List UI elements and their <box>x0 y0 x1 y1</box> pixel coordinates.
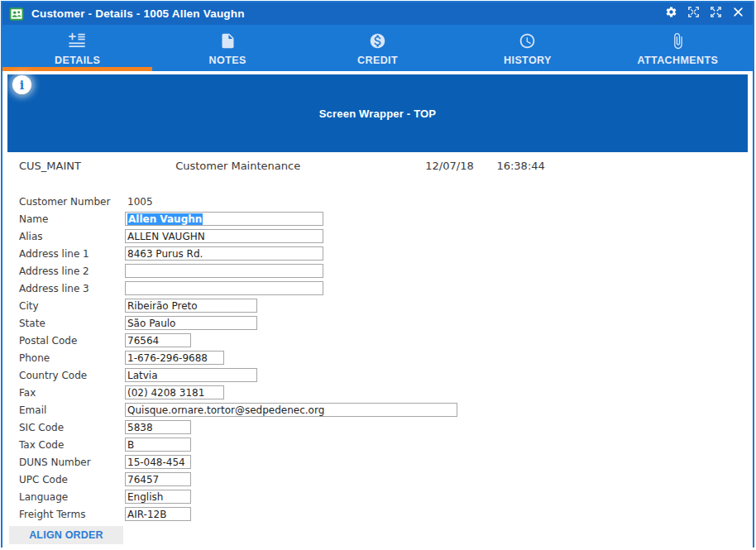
duns-number-label: DUNS Number <box>19 457 125 468</box>
info-glyph: i <box>20 79 24 92</box>
tab-notes-label: NOTES <box>209 55 246 66</box>
field-row-phone: Phone1-676-296-9688 <box>2 349 753 366</box>
window-title: Customer - Details - 1005 Allen Vaughn <box>31 7 245 20</box>
header-date: 12/07/18 <box>425 160 493 172</box>
postal-code-label: Postal Code <box>19 335 125 347</box>
fax-input[interactable]: (02) 4208 3181 <box>125 385 224 399</box>
program-code: CUS_MAINT <box>19 160 172 172</box>
field-row-freight-terms: Freight TermsAIR-12B <box>2 505 753 523</box>
sic-code-input[interactable]: 5838 <box>125 420 191 434</box>
country-code-value: Latvia <box>127 370 158 381</box>
state-input[interactable]: São Paulo <box>125 316 257 330</box>
email-value: Quisque.ornare.tortor@sedpedenec.org <box>127 404 324 416</box>
freight-terms-input[interactable]: AIR-12B <box>125 507 191 521</box>
fax-label: Fax <box>19 387 125 399</box>
freight-terms-value: AIR-12B <box>127 509 166 520</box>
customer-details-window: Customer - Details - 1005 Allen Vaughn D… <box>1 1 754 548</box>
city-value: Ribeirão Preto <box>127 300 198 312</box>
content-area: i Screen Wrapper - TOP CUS_MAINT Custome… <box>2 74 753 549</box>
country-code-input[interactable]: Latvia <box>125 368 257 382</box>
tab-credit-label: CREDIT <box>357 55 398 66</box>
notes-icon <box>219 32 237 53</box>
language-value: English <box>127 491 163 503</box>
tab-history-label: HISTORY <box>504 55 552 66</box>
alias-value: ALLEN VAUGHN <box>127 231 205 242</box>
info-icon[interactable]: i <box>12 75 31 94</box>
upc-code-input[interactable]: 76457 <box>125 472 191 486</box>
customer-number-label: Customer Number <box>19 196 125 208</box>
tab-attachments[interactable]: ATTACHMENTS <box>603 25 753 71</box>
tab-history[interactable]: HISTORY <box>452 25 602 71</box>
snap-out-button[interactable] <box>709 7 722 21</box>
field-row-upc-code: UPC Code76457 <box>2 471 753 488</box>
banner-text: Screen Wrapper - TOP <box>319 108 437 120</box>
close-icon <box>732 6 744 22</box>
state-label: State <box>19 318 125 329</box>
field-row-duns-number: DUNS Number15-048-454 <box>2 453 753 471</box>
tab-details-label: DETAILS <box>55 55 100 66</box>
history-icon <box>519 32 536 53</box>
details-icon <box>69 32 86 53</box>
tab-attachments-label: ATTACHMENTS <box>637 55 718 66</box>
state-value: São Paulo <box>127 318 175 329</box>
field-row-address-line-1: Address line 18463 Purus Rd. <box>2 245 753 262</box>
tax-code-value: B <box>127 439 134 451</box>
customer-form: Customer Number1005NameAllen VaughnAlias… <box>2 193 753 523</box>
credit-icon <box>369 32 386 53</box>
language-label: Language <box>19 491 125 503</box>
city-input[interactable]: Ribeirão Preto <box>125 299 257 313</box>
field-row-customer-number: Customer Number1005 <box>2 193 753 210</box>
email-label: Email <box>19 404 125 416</box>
address-line-2-label: Address line 2 <box>19 265 125 277</box>
close-button[interactable] <box>731 7 744 21</box>
upc-code-value: 76457 <box>127 474 159 485</box>
customers-icon <box>9 7 24 22</box>
field-row-tax-code: Tax CodeB <box>2 436 753 453</box>
snap-out-icon <box>710 6 722 22</box>
tab-details[interactable]: DETAILS <box>2 25 152 71</box>
duns-number-value: 15-048-454 <box>127 457 185 468</box>
field-row-language: LanguageEnglish <box>2 488 753 505</box>
footer-bar: ALIGN ORDER <box>2 526 753 544</box>
tax-code-label: Tax Code <box>19 439 125 451</box>
field-row-address-line-2: Address line 2 <box>2 262 753 280</box>
field-row-city: CityRibeirão Preto <box>2 297 753 314</box>
language-input[interactable]: English <box>125 490 191 504</box>
alias-label: Alias <box>19 231 125 242</box>
field-row-fax: Fax(02) 4208 3181 <box>2 384 753 401</box>
city-label: City <box>19 300 125 312</box>
tab-notes[interactable]: NOTES <box>152 25 302 71</box>
tab-credit[interactable]: CREDIT <box>303 25 452 71</box>
field-row-state: StateSão Paulo <box>2 314 753 332</box>
country-code-label: Country Code <box>19 370 125 381</box>
postal-code-input[interactable]: 76564 <box>125 333 191 347</box>
field-row-name: NameAllen Vaughn <box>2 210 753 227</box>
snap-in-icon <box>687 6 700 22</box>
tax-code-input[interactable]: B <box>125 438 191 452</box>
phone-label: Phone <box>19 352 125 364</box>
address-line-3-label: Address line 3 <box>19 283 125 294</box>
phone-input[interactable]: 1-676-296-9688 <box>125 351 224 365</box>
address-line-2-input[interactable] <box>125 264 323 278</box>
sic-code-value: 5838 <box>127 422 153 433</box>
field-row-postal-code: Postal Code76564 <box>2 332 753 349</box>
field-row-country-code: Country CodeLatvia <box>2 366 753 384</box>
address-line-3-input[interactable] <box>125 281 323 295</box>
duns-number-input[interactable]: 15-048-454 <box>125 455 191 469</box>
field-row-sic-code: SIC Code5838 <box>2 418 753 436</box>
window-controls <box>664 7 744 21</box>
name-label: Name <box>19 213 125 225</box>
name-input[interactable]: Allen Vaughn <box>125 212 323 226</box>
align-order-button[interactable]: ALIGN ORDER <box>9 526 123 544</box>
address-line-1-input[interactable]: 8463 Purus Rd. <box>125 246 323 261</box>
screen-wrapper-banner: Screen Wrapper - TOP <box>7 74 748 152</box>
settings-button[interactable] <box>664 7 677 21</box>
sic-code-label: SIC Code <box>19 422 125 433</box>
address-line-1-value: 8463 Purus Rd. <box>127 248 203 260</box>
customer-number-value: 1005 <box>125 196 153 208</box>
alias-input[interactable]: ALLEN VAUGHN <box>125 229 323 243</box>
address-line-1-label: Address line 1 <box>19 248 125 260</box>
email-input[interactable]: Quisque.ornare.tortor@sedpedenec.org <box>125 403 457 417</box>
field-row-address-line-3: Address line 3 <box>2 280 753 297</box>
snap-in-button[interactable] <box>687 7 700 21</box>
